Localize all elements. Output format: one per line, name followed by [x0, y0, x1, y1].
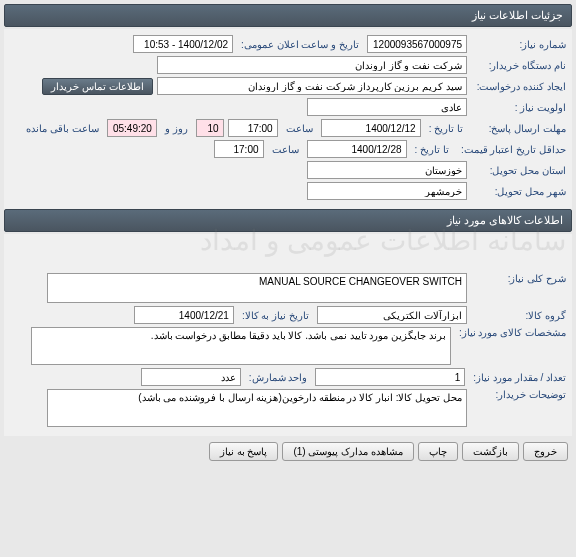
public-announce-field[interactable]: [133, 35, 233, 53]
time-label-1: ساعت: [282, 123, 317, 134]
creator-field[interactable]: [157, 77, 467, 95]
items-form: سامانه اطلاعات عمومی و امداد شرح کلی نیا…: [4, 234, 572, 436]
back-button[interactable]: بازگشت: [462, 442, 519, 461]
days-remaining-field[interactable]: [196, 119, 224, 137]
deadline-label: مهلت ارسال پاسخ:: [471, 123, 566, 134]
spec-field[interactable]: [31, 327, 451, 365]
validity-label: حداقل تاریخ اعتبار قیمت:: [457, 144, 566, 155]
group-label: گروه کالا:: [471, 310, 566, 321]
qty-label: تعداد / مقدار مورد نیاز:: [469, 372, 566, 383]
need-date-field[interactable]: [134, 306, 234, 324]
deadline-date-field[interactable]: [321, 119, 421, 137]
buyer-label: نام دستگاه خریدار:: [471, 60, 566, 71]
spec-label: مشخصات کالای مورد نیاز:: [455, 327, 566, 338]
to-date-label-2: تا تاریخ :: [411, 144, 453, 155]
desc-field[interactable]: [47, 273, 467, 303]
city-label: شهر محل تحویل:: [471, 186, 566, 197]
need-number-field[interactable]: [367, 35, 467, 53]
notes-label: توضیحات خریدار:: [471, 389, 566, 400]
deadline-time-field[interactable]: [228, 119, 278, 137]
city-field[interactable]: [307, 182, 467, 200]
unit-label: واحد شمارش:: [245, 372, 312, 383]
notes-field[interactable]: [47, 389, 467, 427]
province-label: استان محل تحویل:: [471, 165, 566, 176]
need-number-label: شماره نیاز:: [471, 39, 566, 50]
reply-button[interactable]: پاسخ به نیاز: [209, 442, 279, 461]
print-button[interactable]: چاپ: [418, 442, 458, 461]
details-form: شماره نیاز: تاریخ و ساعت اعلان عمومی: نا…: [4, 29, 572, 209]
time-label-2: ساعت: [268, 144, 303, 155]
priority-label: اولویت نیاز :: [471, 102, 566, 113]
time-remaining-field[interactable]: [107, 119, 157, 137]
qty-field[interactable]: [315, 368, 465, 386]
exit-button[interactable]: خروج: [523, 442, 568, 461]
validity-time-field[interactable]: [214, 140, 264, 158]
button-bar: پاسخ به نیاز مشاهده مدارک پیوستی (1) چاپ…: [4, 436, 572, 467]
group-field[interactable]: [317, 306, 467, 324]
priority-field[interactable]: [307, 98, 467, 116]
section-header-items: اطلاعات کالاهای مورد نیاز: [4, 209, 572, 232]
need-date-label: تاریخ نیاز به کالا:: [238, 310, 313, 321]
public-announce-label: تاریخ و ساعت اعلان عمومی:: [237, 39, 363, 50]
to-date-label: تا تاریخ :: [425, 123, 467, 134]
province-field[interactable]: [307, 161, 467, 179]
contact-buyer-button[interactable]: اطلاعات تماس خریدار: [42, 78, 153, 95]
section-header-details: جزئیات اطلاعات نیاز: [4, 4, 572, 27]
buyer-field[interactable]: [157, 56, 467, 74]
creator-label: ایجاد کننده درخواست:: [471, 81, 566, 92]
attachments-button[interactable]: مشاهده مدارک پیوستی (1): [282, 442, 414, 461]
unit-field[interactable]: [141, 368, 241, 386]
validity-date-field[interactable]: [307, 140, 407, 158]
desc-label: شرح کلی نیاز:: [471, 273, 566, 284]
days-and-label: روز و: [161, 123, 192, 134]
remaining-label: ساعت باقی مانده: [22, 123, 103, 134]
